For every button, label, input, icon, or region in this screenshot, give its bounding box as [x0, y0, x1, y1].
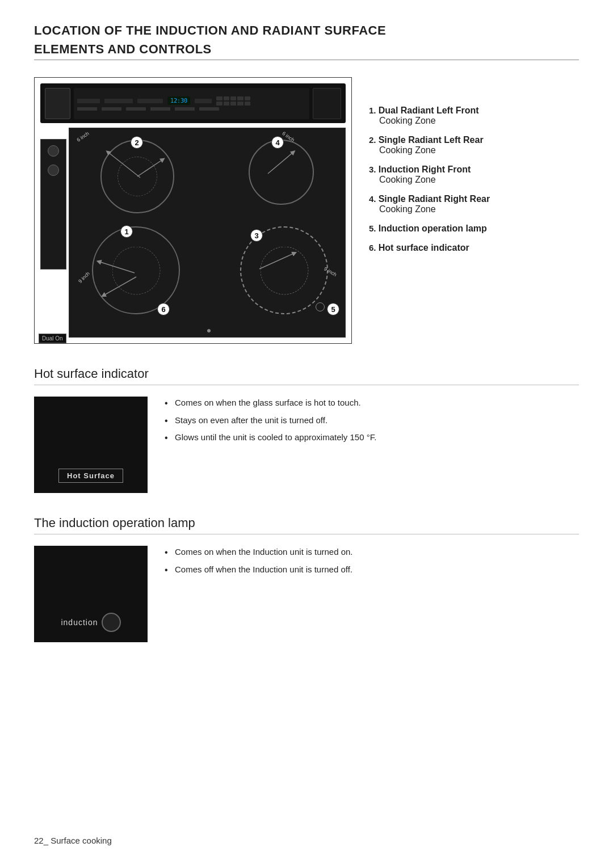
cp-right-block: [313, 88, 341, 119]
hot-surface-bullet-2: Stays on even after the unit is turned o…: [165, 414, 376, 427]
cooktop-area-wrapper: Dual On 6 inch 2 6 inch: [69, 128, 346, 338]
induction-lamp-divider: [34, 534, 579, 534]
induction-lamp-image: induction: [34, 546, 148, 642]
page-title-line2: ELEMENTS AND CONTROLS: [34, 41, 579, 58]
dual-on-label: Dual On: [39, 334, 66, 343]
legend-item-2: 2. Single Radiant Left Rear Cooking Zone: [369, 135, 579, 155]
hot-surface-display: Hot Surface: [58, 469, 123, 483]
induction-label-text: induction: [61, 618, 98, 627]
legend-item-5: 5. Induction operation lamp: [369, 224, 579, 234]
zone2-size-label: 6 inch: [75, 130, 90, 143]
appliance-diagram: 12:30: [34, 77, 352, 344]
bottom-center-dot: [207, 329, 211, 332]
induction-lamp-bullet-2: Comes off when the Induction unit is tur…: [165, 563, 353, 576]
hot-surface-divider: [34, 385, 579, 385]
zone1-size-label: 9 inch: [77, 271, 91, 284]
legend-item-6: 6. Hot surface indicator: [369, 243, 579, 253]
page-footer: 22_ Surface cooking: [34, 836, 112, 845]
page-title-line1: LOCATION OF THE INDUCTION AND RADIANT SU…: [34, 23, 579, 39]
zone4-outer: [249, 140, 314, 205]
induction-icon-circle: [316, 302, 325, 311]
diagram-wrapper: 12:30: [34, 77, 352, 344]
cooktop: 6 inch 2 6 inch 4 9 inch 1: [69, 128, 346, 338]
cp-middle-block: 12:30: [74, 88, 309, 119]
hot-surface-bullet-3: Glows until the unit is cooled to approx…: [165, 431, 376, 444]
numpad: [216, 96, 250, 106]
induction-lamp-bullets: Comes on when the Induction unit is turn…: [165, 546, 353, 580]
induction-lamp-section: induction Comes on when the Induction un…: [34, 546, 579, 642]
legend-item-1: 1. Dual Radiant Left Front Cooking Zone: [369, 106, 579, 126]
zone2-outer: [100, 140, 174, 213]
hot-surface-image: Hot Surface: [34, 397, 148, 493]
control-display: 12:30: [167, 96, 190, 105]
legend-list: 1. Dual Radiant Left Front Cooking Zone …: [369, 77, 579, 344]
main-section: 12:30: [34, 77, 579, 344]
induction-lamp-title: The induction operation lamp: [34, 516, 579, 530]
induction-lamp-bullet-1: Comes on when the Induction unit is turn…: [165, 546, 353, 559]
left-panel-btn2[interactable]: [48, 165, 59, 176]
legend-item-3: 3. Induction Right Front Cooking Zone: [369, 165, 579, 185]
control-panel: 12:30: [40, 83, 346, 123]
zone1-outer: [92, 226, 180, 314]
zone-badge-6: 6: [157, 303, 170, 315]
title-divider: [34, 60, 579, 60]
hot-surface-title: Hot surface indicator: [34, 366, 579, 381]
hot-surface-bullets: Comes on when the glass surface is hot t…: [165, 397, 376, 449]
induction-lamp-circle: [102, 613, 121, 632]
induction-lamp-display: induction: [61, 613, 120, 632]
hot-surface-bullet-1: Comes on when the glass surface is hot t…: [165, 397, 376, 410]
legend-item-4: 4. Single Radiant Right Rear Cooking Zon…: [369, 194, 579, 214]
zone-badge-5: 5: [327, 303, 339, 315]
left-panel-btn1[interactable]: [48, 145, 59, 157]
induction-icon-group: [316, 302, 325, 311]
cp-left-block: [45, 88, 70, 119]
hot-surface-section: Hot Surface Comes on when the glass surf…: [34, 397, 579, 493]
